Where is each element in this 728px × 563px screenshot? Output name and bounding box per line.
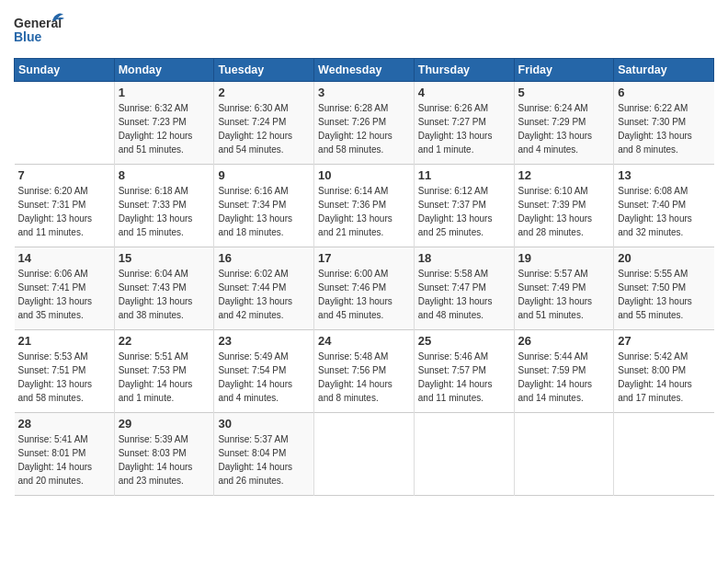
day-info: Sunrise: 5:41 AMSunset: 8:01 PMDaylight:… bbox=[18, 432, 110, 488]
day-info: Sunrise: 6:08 AMSunset: 7:40 PMDaylight:… bbox=[618, 184, 710, 239]
calendar-cell: 26Sunrise: 5:44 AMSunset: 7:59 PMDayligh… bbox=[514, 330, 614, 413]
weekday-header-monday: Monday bbox=[114, 59, 214, 82]
day-info: Sunrise: 5:53 AMSunset: 7:51 PMDaylight:… bbox=[18, 350, 110, 405]
day-number: 8 bbox=[119, 168, 210, 182]
day-info: Sunrise: 6:00 AMSunset: 7:46 PMDaylight:… bbox=[318, 267, 410, 322]
day-number: 18 bbox=[418, 251, 510, 265]
day-number: 14 bbox=[18, 251, 110, 265]
day-number: 11 bbox=[418, 168, 510, 182]
day-info: Sunrise: 6:06 AMSunset: 7:41 PMDaylight:… bbox=[18, 267, 110, 322]
calendar-cell: 9Sunrise: 6:16 AMSunset: 7:34 PMDaylight… bbox=[214, 165, 314, 247]
calendar-cell bbox=[614, 413, 714, 496]
calendar-cell: 17Sunrise: 6:00 AMSunset: 7:46 PMDayligh… bbox=[314, 247, 415, 330]
calendar-cell bbox=[314, 413, 415, 496]
svg-text:Blue: Blue bbox=[14, 29, 42, 44]
calendar-week-row: 21Sunrise: 5:53 AMSunset: 7:51 PMDayligh… bbox=[15, 330, 714, 413]
day-info: Sunrise: 6:22 AMSunset: 7:30 PMDaylight:… bbox=[618, 101, 710, 156]
weekday-header-row: SundayMondayTuesdayWednesdayThursdayFrid… bbox=[15, 59, 714, 82]
day-number: 29 bbox=[119, 417, 210, 431]
calendar-cell: 3Sunrise: 6:28 AMSunset: 7:26 PMDaylight… bbox=[314, 82, 415, 165]
calendar-cell: 18Sunrise: 5:58 AMSunset: 7:47 PMDayligh… bbox=[414, 247, 514, 330]
day-number: 3 bbox=[318, 86, 410, 99]
calendar-cell: 7Sunrise: 6:20 AMSunset: 7:31 PMDaylight… bbox=[15, 165, 115, 247]
calendar-cell: 5Sunrise: 6:24 AMSunset: 7:29 PMDaylight… bbox=[514, 82, 614, 165]
day-info: Sunrise: 5:49 AMSunset: 7:54 PMDaylight:… bbox=[218, 350, 310, 405]
calendar-header: SundayMondayTuesdayWednesdayThursdayFrid… bbox=[15, 59, 714, 82]
day-info: Sunrise: 5:55 AMSunset: 7:50 PMDaylight:… bbox=[618, 267, 710, 322]
day-info: Sunrise: 5:48 AMSunset: 7:56 PMDaylight:… bbox=[318, 350, 410, 405]
day-number: 6 bbox=[618, 86, 710, 99]
calendar-cell: 27Sunrise: 5:42 AMSunset: 8:00 PMDayligh… bbox=[614, 330, 714, 413]
calendar-cell bbox=[514, 413, 614, 496]
day-info: Sunrise: 6:30 AMSunset: 7:24 PMDaylight:… bbox=[218, 101, 310, 156]
day-number: 27 bbox=[618, 334, 710, 348]
day-info: Sunrise: 6:02 AMSunset: 7:44 PMDaylight:… bbox=[218, 267, 310, 322]
calendar-table: SundayMondayTuesdayWednesdayThursdayFrid… bbox=[14, 58, 714, 496]
day-number: 21 bbox=[18, 334, 110, 348]
day-info: Sunrise: 6:28 AMSunset: 7:26 PMDaylight:… bbox=[318, 101, 410, 156]
day-number: 13 bbox=[618, 168, 710, 182]
day-number: 22 bbox=[119, 334, 210, 348]
day-number: 1 bbox=[119, 86, 210, 99]
weekday-header-thursday: Thursday bbox=[414, 59, 514, 82]
calendar-cell: 13Sunrise: 6:08 AMSunset: 7:40 PMDayligh… bbox=[614, 165, 714, 247]
day-info: Sunrise: 6:26 AMSunset: 7:27 PMDaylight:… bbox=[418, 101, 510, 156]
day-number: 12 bbox=[518, 168, 610, 182]
day-number: 10 bbox=[318, 168, 410, 182]
day-info: Sunrise: 6:16 AMSunset: 7:34 PMDaylight:… bbox=[218, 184, 310, 239]
calendar-cell: 25Sunrise: 5:46 AMSunset: 7:57 PMDayligh… bbox=[414, 330, 514, 413]
day-info: Sunrise: 5:51 AMSunset: 7:53 PMDaylight:… bbox=[119, 350, 210, 405]
calendar-cell: 14Sunrise: 6:06 AMSunset: 7:41 PMDayligh… bbox=[15, 247, 115, 330]
calendar-week-row: 28Sunrise: 5:41 AMSunset: 8:01 PMDayligh… bbox=[15, 413, 714, 496]
weekday-header-saturday: Saturday bbox=[614, 59, 714, 82]
day-number: 19 bbox=[518, 251, 610, 265]
day-info: Sunrise: 5:46 AMSunset: 7:57 PMDaylight:… bbox=[418, 350, 510, 405]
calendar-cell: 10Sunrise: 6:14 AMSunset: 7:36 PMDayligh… bbox=[314, 165, 415, 247]
calendar-body: 1Sunrise: 6:32 AMSunset: 7:23 PMDaylight… bbox=[15, 82, 714, 496]
weekday-header-tuesday: Tuesday bbox=[214, 59, 314, 82]
calendar-cell bbox=[414, 413, 514, 496]
day-info: Sunrise: 6:14 AMSunset: 7:36 PMDaylight:… bbox=[318, 184, 410, 239]
logo: General Blue bbox=[14, 9, 64, 51]
day-number: 23 bbox=[218, 334, 310, 348]
day-number: 15 bbox=[119, 251, 210, 265]
day-info: Sunrise: 6:12 AMSunset: 7:37 PMDaylight:… bbox=[418, 184, 510, 239]
calendar-cell: 29Sunrise: 5:39 AMSunset: 8:03 PMDayligh… bbox=[114, 413, 214, 496]
day-info: Sunrise: 6:18 AMSunset: 7:33 PMDaylight:… bbox=[119, 184, 210, 239]
calendar-cell bbox=[15, 82, 115, 165]
day-number: 17 bbox=[318, 251, 410, 265]
calendar-cell: 30Sunrise: 5:37 AMSunset: 8:04 PMDayligh… bbox=[214, 413, 314, 496]
calendar-cell: 8Sunrise: 6:18 AMSunset: 7:33 PMDaylight… bbox=[114, 165, 214, 247]
calendar-cell: 11Sunrise: 6:12 AMSunset: 7:37 PMDayligh… bbox=[414, 165, 514, 247]
day-info: Sunrise: 6:20 AMSunset: 7:31 PMDaylight:… bbox=[18, 184, 110, 239]
day-info: Sunrise: 6:24 AMSunset: 7:29 PMDaylight:… bbox=[518, 101, 610, 156]
day-info: Sunrise: 5:58 AMSunset: 7:47 PMDaylight:… bbox=[418, 267, 510, 322]
day-number: 16 bbox=[218, 251, 310, 265]
day-number: 28 bbox=[18, 417, 110, 431]
day-info: Sunrise: 5:37 AMSunset: 8:04 PMDaylight:… bbox=[218, 432, 310, 488]
page-header: General Blue bbox=[14, 9, 714, 51]
day-number: 24 bbox=[318, 334, 410, 348]
calendar-cell: 20Sunrise: 5:55 AMSunset: 7:50 PMDayligh… bbox=[614, 247, 714, 330]
calendar-week-row: 7Sunrise: 6:20 AMSunset: 7:31 PMDaylight… bbox=[15, 165, 714, 247]
day-number: 2 bbox=[218, 86, 310, 99]
weekday-header-friday: Friday bbox=[514, 59, 614, 82]
calendar-cell: 15Sunrise: 6:04 AMSunset: 7:43 PMDayligh… bbox=[114, 247, 214, 330]
day-number: 30 bbox=[218, 417, 310, 431]
weekday-header-sunday: Sunday bbox=[15, 59, 115, 82]
calendar-cell: 28Sunrise: 5:41 AMSunset: 8:01 PMDayligh… bbox=[15, 413, 115, 496]
day-info: Sunrise: 6:32 AMSunset: 7:23 PMDaylight:… bbox=[119, 101, 210, 156]
day-number: 26 bbox=[518, 334, 610, 348]
day-info: Sunrise: 5:57 AMSunset: 7:49 PMDaylight:… bbox=[518, 267, 610, 322]
day-info: Sunrise: 6:10 AMSunset: 7:39 PMDaylight:… bbox=[518, 184, 610, 239]
calendar-cell: 4Sunrise: 6:26 AMSunset: 7:27 PMDaylight… bbox=[414, 82, 514, 165]
calendar-cell: 12Sunrise: 6:10 AMSunset: 7:39 PMDayligh… bbox=[514, 165, 614, 247]
calendar-cell: 6Sunrise: 6:22 AMSunset: 7:30 PMDaylight… bbox=[614, 82, 714, 165]
calendar-week-row: 1Sunrise: 6:32 AMSunset: 7:23 PMDaylight… bbox=[15, 82, 714, 165]
calendar-week-row: 14Sunrise: 6:06 AMSunset: 7:41 PMDayligh… bbox=[15, 247, 714, 330]
day-number: 25 bbox=[418, 334, 510, 348]
day-number: 20 bbox=[618, 251, 710, 265]
calendar-cell: 24Sunrise: 5:48 AMSunset: 7:56 PMDayligh… bbox=[314, 330, 415, 413]
day-number: 5 bbox=[518, 86, 610, 99]
day-info: Sunrise: 5:39 AMSunset: 8:03 PMDaylight:… bbox=[119, 432, 210, 488]
